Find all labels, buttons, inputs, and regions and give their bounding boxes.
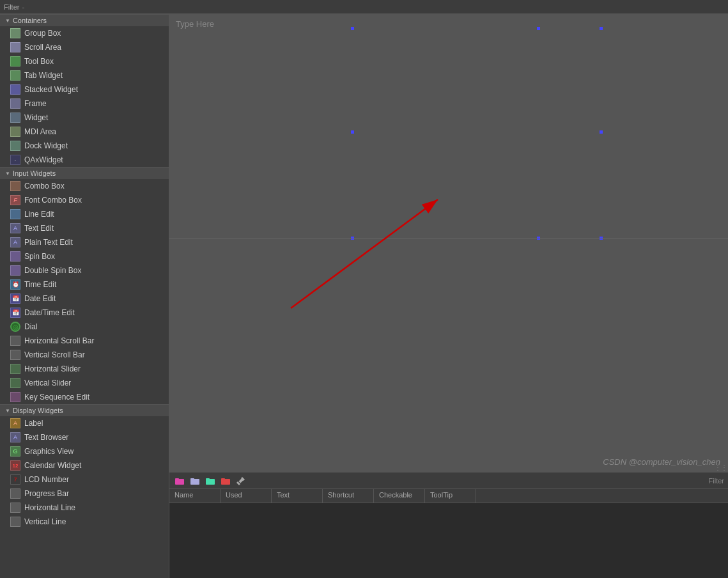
dial-icon: ◎	[10, 322, 20, 332]
toolbar-open-button[interactable]	[189, 474, 201, 487]
handle-ml	[351, 130, 354, 134]
toolbar-new-button[interactable]	[173, 474, 186, 487]
date-edit-icon: 📅	[10, 293, 20, 304]
toolbar-delete-button[interactable]	[219, 474, 232, 487]
canvas-area[interactable]: Type Here	[169, 14, 728, 472]
stacked-widget-label: Stacked Widget	[24, 85, 78, 94]
lcd-number-label: LCD Number	[24, 475, 69, 484]
vertical-slider-icon	[10, 378, 20, 388]
sidebar-item-datetime-edit[interactable]: 📅 Date/Time Edit	[0, 306, 169, 320]
handle-tc	[537, 27, 540, 30]
datetime-edit-icon: 📅	[10, 308, 20, 318]
tool-box-label: Tool Box	[24, 57, 54, 66]
sidebar-item-text-browser[interactable]: A Text Browser	[0, 430, 169, 444]
sidebar-item-frame[interactable]: Frame	[0, 97, 169, 111]
col-text: Text	[272, 489, 323, 503]
category-containers[interactable]: ▼ Containers	[0, 14, 169, 26]
widget-label: Widget	[24, 113, 48, 122]
toolbar-settings-button[interactable]	[235, 474, 247, 487]
mdi-area-label: MDI Area	[24, 127, 56, 136]
tab-widget-icon	[10, 70, 20, 81]
tab-widget-label: Tab Widget	[24, 71, 63, 80]
handle-tr	[600, 27, 603, 30]
sidebar-item-scroll-area[interactable]: Scroll Area	[0, 40, 169, 54]
canvas-inner: Type Here	[169, 14, 728, 472]
sidebar-item-horizontal-scroll-bar[interactable]: Horizontal Scroll Bar	[0, 334, 169, 348]
sidebar-item-mdi-area[interactable]: MDI Area	[0, 125, 169, 139]
sidebar-item-lcd-number[interactable]: 7 LCD Number	[0, 473, 169, 487]
vertical-scroll-bar-label: Vertical Scroll Bar	[24, 350, 85, 359]
sidebar-item-calendar-widget[interactable]: 12 Calendar Widget	[0, 458, 169, 473]
table-header: Name Used Text Shortcut Checkable ToolTi…	[169, 489, 728, 503]
label-label: Label	[24, 419, 43, 428]
sidebar-item-stacked-widget[interactable]: Stacked Widget	[0, 82, 169, 97]
sidebar-item-double-spin-box[interactable]: Double Spin Box	[0, 263, 169, 277]
stacked-widget-icon	[10, 84, 20, 95]
bottom-toolbar: Filter	[169, 472, 728, 488]
group-box-label: Group Box	[24, 29, 61, 38]
frame-label: Frame	[24, 99, 47, 108]
wrench-icon	[236, 476, 246, 486]
col-used: Used	[221, 489, 272, 503]
plain-text-edit-label: Plain Text Edit	[24, 238, 73, 247]
sidebar-item-vertical-slider[interactable]: Vertical Slider	[0, 376, 169, 390]
filter-label: Filter	[4, 3, 19, 11]
vertical-line-icon	[10, 517, 20, 527]
sidebar-item-key-sequence-edit[interactable]: Key Sequence Edit	[0, 390, 169, 404]
sidebar-item-date-edit[interactable]: 📅 Date Edit	[0, 292, 169, 306]
horizontal-line-icon	[10, 503, 20, 513]
key-sequence-edit-label: Key Sequence Edit	[24, 393, 89, 402]
text-edit-label: Text Edit	[24, 224, 54, 233]
sidebar-item-horizontal-line[interactable]: Horizontal Line	[0, 501, 169, 515]
table-body	[169, 503, 728, 578]
sidebar-item-font-combo-box[interactable]: F Font Combo Box	[0, 193, 169, 207]
sidebar-item-tool-box[interactable]: Tool Box	[0, 54, 169, 68]
text-browser-icon: A	[10, 432, 20, 442]
plain-text-edit-icon: A	[10, 237, 20, 247]
sidebar-item-line-edit[interactable]: Line Edit	[0, 207, 169, 221]
col-tooltip: ToolTip	[425, 489, 476, 503]
sidebar-item-tab-widget[interactable]: Tab Widget	[0, 68, 169, 82]
toolbar-refresh-button[interactable]	[204, 474, 217, 487]
sidebar-item-text-edit[interactable]: A Text Edit	[0, 221, 169, 235]
combo-box-icon	[10, 181, 20, 191]
combo-box-label: Combo Box	[24, 182, 65, 191]
sidebar-item-time-edit[interactable]: ⏰ Time Edit	[0, 277, 169, 292]
double-spin-box-icon	[10, 265, 20, 276]
resize-handle[interactable]: ⋮⋮	[715, 464, 727, 471]
sidebar-item-vertical-scroll-bar[interactable]: Vertical Scroll Bar	[0, 348, 169, 362]
sidebar-item-widget[interactable]: Widget	[0, 111, 169, 125]
calendar-widget-icon: 12	[10, 460, 20, 471]
filter-dash: -	[22, 3, 24, 11]
dial-label: Dial	[24, 322, 38, 331]
horizontal-slider-label: Horizontal Slider	[24, 364, 81, 373]
sidebar-item-progress-bar[interactable]: Progress Bar	[0, 487, 169, 501]
col-shortcut: Shortcut	[323, 489, 374, 503]
left-panel: ▼ Containers Group Box Scroll Area Tool …	[0, 14, 169, 578]
category-input-widgets[interactable]: ▼ Input Widgets	[0, 167, 169, 179]
sidebar-item-dial[interactable]: ◎ Dial	[0, 320, 169, 334]
sidebar-item-group-box[interactable]: Group Box	[0, 26, 169, 40]
spin-box-icon	[10, 251, 20, 262]
sidebar-item-qaxwidget[interactable]: · QAxWidget	[0, 153, 169, 167]
canvas-divider	[169, 238, 728, 238]
type-here-text: Type Here	[169, 14, 728, 34]
category-display-widgets[interactable]: ▼ Display Widgets	[0, 404, 169, 416]
bottom-table: Name Used Text Shortcut Checkable ToolTi…	[169, 488, 728, 578]
delete-icon	[221, 476, 231, 486]
sidebar-item-plain-text-edit[interactable]: A Plain Text Edit	[0, 235, 169, 249]
sidebar-item-combo-box[interactable]: Combo Box	[0, 179, 169, 193]
containers-arrow: ▼	[5, 18, 10, 24]
widget-list-scroll[interactable]: ▼ Containers Group Box Scroll Area Tool …	[0, 14, 169, 578]
vertical-scroll-bar-icon	[10, 350, 20, 360]
sidebar-item-vertical-line[interactable]: Vertical Line	[0, 515, 169, 529]
containers-label: Containers	[13, 17, 47, 24]
sidebar-item-label[interactable]: A Label	[0, 416, 169, 430]
input-widgets-arrow: ▼	[5, 171, 10, 176]
sidebar-item-dock-widget[interactable]: Dock Widget	[0, 139, 169, 153]
sidebar-item-spin-box[interactable]: Spin Box	[0, 249, 169, 263]
col-checkable: Checkable	[374, 489, 425, 503]
sidebar-item-horizontal-slider[interactable]: Horizontal Slider	[0, 362, 169, 376]
sidebar-item-graphics-view[interactable]: G Graphics View	[0, 444, 169, 458]
svg-rect-5	[190, 479, 199, 485]
